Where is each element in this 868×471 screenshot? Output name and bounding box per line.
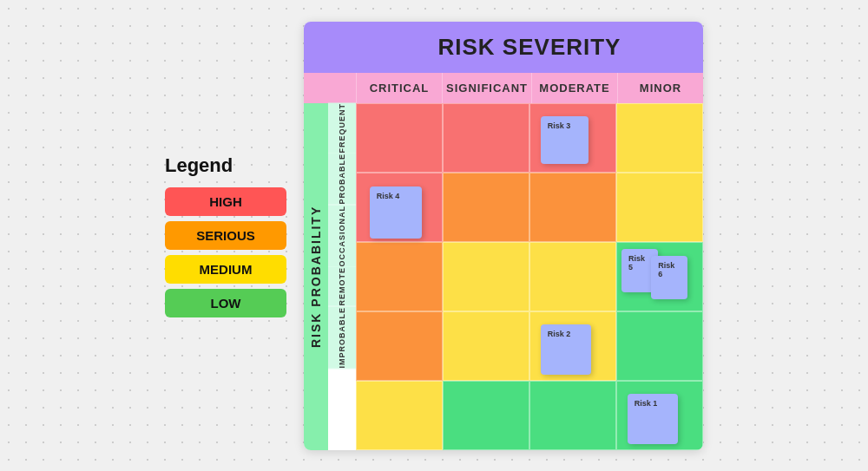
row-label-probable: PROBABLE [328, 154, 356, 206]
header-spacer [304, 73, 356, 103]
cell-r4c3: Risk 1 [616, 381, 703, 450]
cell-r2c1 [443, 242, 529, 311]
legend-title: Legend [165, 154, 286, 177]
cell-r1c1 [443, 173, 529, 242]
grid-row-frequent: Risk 3 [356, 103, 703, 173]
col-header-critical: CRITICAL [356, 73, 442, 103]
legend-serious: SERIOUS [165, 221, 286, 250]
cell-r0c0 [356, 103, 443, 173]
matrix-title: RISK SEVERITY [356, 22, 703, 73]
risk-note-2[interactable]: Risk 2 [541, 324, 591, 375]
matrix-grid: Risk 3 Risk 4 [356, 103, 703, 450]
cell-r0c3 [616, 103, 703, 173]
cell-r3c2: Risk 2 [529, 311, 616, 381]
risk-matrix: RISK SEVERITY CRITICAL SIGNIFICANT MODER… [304, 22, 703, 450]
cell-r4c2 [529, 381, 616, 450]
row-label-frequent: FREQUENT [328, 103, 356, 154]
row-label-column: RISK PROBABILITY FREQUENT PROBABLE OCCAS… [304, 103, 356, 450]
grid-row-probable: Risk 4 [356, 173, 703, 242]
cell-r1c3 [616, 173, 703, 242]
row-label-remote: REMOTE [328, 267, 356, 307]
y-axis-label: RISK PROBABILITY [304, 103, 328, 450]
grid-row-remote: Risk 2 [356, 311, 703, 381]
cell-r3c0 [356, 311, 443, 381]
legend: Legend HIGH SERIOUS MEDIUM LOW [165, 154, 286, 317]
col-header-minor: MINOR [617, 73, 703, 103]
risk-note-3[interactable]: Risk 3 [541, 116, 589, 164]
column-headers: CRITICAL SIGNIFICANT MODERATE MINOR [304, 73, 703, 103]
risk-note-6[interactable]: Risk 6 [651, 256, 687, 299]
legend-high: HIGH [165, 187, 286, 216]
cell-r0c2: Risk 3 [529, 103, 616, 173]
matrix-body: RISK PROBABILITY FREQUENT PROBABLE OCCAS… [304, 103, 703, 450]
row-label-improbable: IMPROBABLE [328, 307, 356, 370]
cell-r4c0 [356, 381, 443, 450]
cell-r1c2 [529, 173, 616, 242]
cell-r3c1 [443, 311, 529, 381]
legend-low: LOW [165, 289, 286, 317]
col-header-moderate: MODERATE [531, 73, 617, 103]
cell-r2c3: Risk 5 Risk 6 [616, 242, 703, 311]
cell-r2c0 [356, 242, 443, 311]
page-container: Legend HIGH SERIOUS MEDIUM LOW RISK SEVE… [148, 4, 720, 468]
col-header-significant: SIGNIFICANT [442, 73, 531, 103]
grid-row-occasional: Risk 5 Risk 6 [356, 242, 703, 311]
legend-medium: MEDIUM [165, 255, 286, 284]
grid-row-improbable: Risk 1 [356, 381, 703, 450]
cell-r2c2 [529, 242, 616, 311]
risk-note-1[interactable]: Risk 1 [628, 394, 678, 444]
risk-note-4[interactable]: Risk 4 [370, 186, 422, 239]
cell-r4c1 [443, 381, 529, 450]
row-label-occasional: OCCASIONAL [328, 206, 356, 268]
row-labels: FREQUENT PROBABLE OCCASIONAL REMOTE IMPR… [328, 103, 356, 370]
matrix-title-row: RISK SEVERITY [304, 22, 703, 73]
cell-r0c1 [443, 103, 529, 173]
cell-r1c0: Risk 4 [356, 173, 443, 242]
cell-r3c3 [616, 311, 703, 381]
